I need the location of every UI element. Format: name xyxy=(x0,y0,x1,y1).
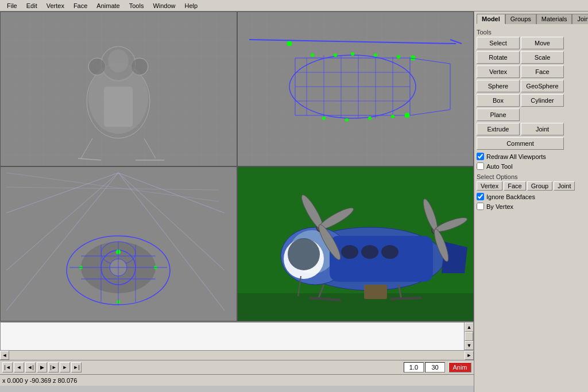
vertical-scrollbar[interactable]: ▲ ▼ xyxy=(464,323,473,350)
svg-line-88 xyxy=(298,276,301,296)
svg-point-35 xyxy=(351,52,354,56)
svg-line-63 xyxy=(6,187,219,190)
by-vertex-row: By Vertex xyxy=(477,203,586,210)
status-bar: x 0.000 y -90.369 z 80.076 xyxy=(0,374,474,386)
vertex-face-row: Vertex Face xyxy=(477,65,586,78)
svg-rect-0 xyxy=(1,12,237,166)
right-panel: Model Groups Materials Joints Tools Sele… xyxy=(474,11,588,392)
current-frame-field[interactable] xyxy=(404,362,424,372)
viewport-perspective[interactable] xyxy=(237,166,474,321)
timeline-next-btn[interactable]: ► xyxy=(60,362,70,372)
scale-button[interactable]: Scale xyxy=(521,51,564,64)
svg-rect-13 xyxy=(104,87,133,127)
svg-point-18 xyxy=(289,55,416,118)
main-area: ▲ ▼ ◄ ► |◄ ◄ ◄| ▶ |► ► ►| xyxy=(0,11,588,392)
h-scrollbar-track[interactable] xyxy=(9,351,465,360)
sel-group-btn[interactable]: Group xyxy=(527,181,553,191)
box-button[interactable]: Box xyxy=(477,94,520,107)
autotool-checkbox[interactable] xyxy=(477,162,484,170)
ignore-backfaces-checkbox[interactable] xyxy=(477,193,484,200)
svg-line-7 xyxy=(78,158,101,160)
timeline-next-frame-btn[interactable]: |► xyxy=(48,362,59,372)
scroll-area[interactable]: ▲ ▼ xyxy=(0,322,474,351)
menu-edit[interactable]: Edit xyxy=(22,1,42,10)
h-scroll-left[interactable]: ◄ xyxy=(0,351,9,360)
geosphere-button[interactable]: GeoSphere xyxy=(521,80,564,92)
svg-rect-76 xyxy=(238,293,473,321)
extrude-button[interactable]: Extrude xyxy=(477,123,520,135)
viewport-left[interactable] xyxy=(0,166,237,321)
menu-window[interactable]: Window xyxy=(148,1,180,10)
menu-vertex[interactable]: Vertex xyxy=(42,1,69,10)
timeline-prev-frame-btn[interactable]: ◄| xyxy=(25,362,36,372)
face-button[interactable]: Face xyxy=(521,65,564,78)
anim-button[interactable]: Anim xyxy=(448,362,471,372)
scroll-up-arrow[interactable]: ▲ xyxy=(465,323,474,332)
scroll-down-arrow[interactable]: ▼ xyxy=(465,341,474,350)
comment-row: Comment xyxy=(477,137,586,150)
menu-file[interactable]: File xyxy=(2,1,22,10)
sphere-button[interactable]: Sphere xyxy=(477,80,520,92)
tab-materials[interactable]: Materials xyxy=(536,14,572,24)
select-button[interactable]: Select xyxy=(477,37,520,49)
svg-line-6 xyxy=(144,138,156,158)
timeline-prev-btn[interactable]: ◄ xyxy=(14,362,24,372)
h-scroll-right[interactable]: ► xyxy=(465,351,474,360)
redraw-checkbox[interactable] xyxy=(477,153,484,160)
svg-point-91 xyxy=(316,205,356,233)
svg-point-90 xyxy=(299,193,327,232)
menu-animate[interactable]: Animate xyxy=(92,1,124,10)
select-move-row: Select Move xyxy=(477,37,586,49)
ignore-backfaces-label: Ignore Backfaces xyxy=(486,193,535,200)
end-frame-field[interactable] xyxy=(425,362,445,372)
comment-button[interactable]: Comment xyxy=(477,137,564,150)
cylinder-button[interactable]: Cylinder xyxy=(521,94,564,107)
svg-point-98 xyxy=(341,245,358,259)
svg-line-47 xyxy=(450,40,462,44)
svg-point-33 xyxy=(311,53,314,57)
tab-groups[interactable]: Groups xyxy=(505,14,536,24)
menu-face[interactable]: Face xyxy=(69,1,92,10)
move-button[interactable]: Move xyxy=(521,37,564,49)
redraw-checkbox-row: Redraw All Viewports xyxy=(477,153,586,160)
svg-point-3 xyxy=(88,58,106,75)
svg-line-45 xyxy=(410,110,450,115)
svg-line-55 xyxy=(118,173,225,270)
sel-joint-btn[interactable]: Joint xyxy=(554,181,575,191)
timeline-play-btn[interactable]: ▶ xyxy=(37,362,47,372)
svg-point-92 xyxy=(316,223,344,262)
vertex-button[interactable]: Vertex xyxy=(477,65,520,78)
svg-line-58 xyxy=(118,173,225,213)
svg-point-77 xyxy=(295,227,444,290)
sel-face-btn[interactable]: Face xyxy=(504,181,525,191)
menu-tools[interactable]: Tools xyxy=(125,1,149,10)
svg-point-43 xyxy=(405,113,409,118)
menu-help[interactable]: Help xyxy=(180,1,203,10)
svg-line-86 xyxy=(310,298,341,300)
grid-left xyxy=(1,167,237,321)
svg-point-9 xyxy=(88,63,148,134)
svg-rect-16 xyxy=(238,12,473,166)
rotate-button[interactable]: Rotate xyxy=(477,51,520,64)
svg-line-17 xyxy=(249,40,456,44)
timeline-end-btn[interactable]: ►| xyxy=(71,362,82,372)
svg-rect-82 xyxy=(330,236,433,282)
timeline-controls: |◄ ◄ ◄| ▶ |► ► ►| Anim xyxy=(0,360,474,374)
scroll-thumb[interactable] xyxy=(465,332,473,341)
timeline-start-btn[interactable]: |◄ xyxy=(2,362,13,372)
svg-point-96 xyxy=(432,228,451,263)
plane-button[interactable]: Plane xyxy=(477,108,520,121)
sel-vertex-btn[interactable]: Vertex xyxy=(477,181,502,191)
svg-point-80 xyxy=(284,239,324,279)
tab-joints[interactable]: Joints xyxy=(572,14,588,24)
tab-model[interactable]: Model xyxy=(477,14,505,24)
svg-point-79 xyxy=(289,230,335,274)
svg-line-53 xyxy=(6,173,118,270)
svg-line-44 xyxy=(410,58,450,64)
viewport-front[interactable] xyxy=(0,11,237,166)
viewport-top[interactable] xyxy=(237,11,474,166)
tools-label: Tools xyxy=(477,29,586,36)
joint-button[interactable]: Joint xyxy=(521,123,564,135)
by-vertex-checkbox[interactable] xyxy=(477,203,484,210)
svg-point-60 xyxy=(81,242,156,293)
